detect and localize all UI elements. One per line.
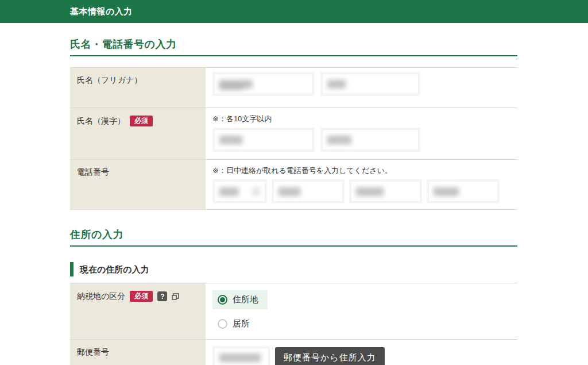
radio-option-kyosho[interactable]: 居所 xyxy=(212,314,259,333)
row-tax-location: 納税地の区分 必須 ? 住所地 xyxy=(70,283,517,340)
tax-location-radio-group: 住所地 居所 xyxy=(212,287,517,333)
tax-location-label: 納税地の区分 xyxy=(77,291,125,302)
furigana-mei-input-wrap xyxy=(320,72,420,96)
phone-part2-wrap xyxy=(349,179,422,203)
phone-type-select[interactable] xyxy=(214,181,265,202)
row-kanji: 氏名（漢字） 必須 ※：各10文字以内 xyxy=(70,108,517,160)
furigana-sei-input-wrap xyxy=(212,72,315,96)
redacted-text xyxy=(434,187,459,196)
section-title-name-phone: 氏名・電話番号の入力 xyxy=(70,37,517,56)
redacted-text xyxy=(219,84,243,90)
help-icon[interactable]: ? xyxy=(157,291,167,301)
postal-label: 郵便番号 xyxy=(77,347,109,358)
phone-value-cell: ※：日中連絡が取れる電話番号を入力してください。 xyxy=(206,160,517,209)
page-title: 基本情報の入力 xyxy=(70,6,133,17)
postal-value-cell: 郵便番号から住所入力 xyxy=(206,340,517,365)
kanji-sei-input-wrap xyxy=(212,128,315,152)
main-content: 氏名・電話番号の入力 氏名（フリガナ） xyxy=(70,37,517,365)
address-table: 納税地の区分 必須 ? 住所地 xyxy=(70,283,517,365)
name-phone-table: 氏名（フリガナ） xyxy=(70,67,517,210)
furigana-label: 氏名（フリガナ） xyxy=(77,75,142,86)
kanji-mei-input-wrap xyxy=(320,128,420,152)
tax-location-value-cell: 住所地 居所 xyxy=(206,283,517,339)
kanji-mei-input[interactable] xyxy=(322,129,419,150)
phone-label: 電話番号 xyxy=(77,167,109,178)
address-from-postal-button[interactable]: 郵便番号から住所入力 xyxy=(275,347,385,365)
redacted-text xyxy=(356,187,384,196)
phone-note: ※：日中連絡が取れる電話番号を入力してください。 xyxy=(212,166,517,176)
row-phone: 電話番号 ※：日中連絡が取れる電話番号を入力してください。 xyxy=(70,160,517,210)
subsection-current-address: 現在の住所の入力 xyxy=(70,262,517,276)
phone-type-select-wrap xyxy=(212,179,267,203)
phone-part2-input[interactable] xyxy=(351,181,420,202)
phone-part1-wrap xyxy=(272,179,345,203)
redacted-text xyxy=(219,136,242,144)
section-title-address: 住所の入力 xyxy=(70,228,517,247)
phone-part3-wrap xyxy=(427,179,500,203)
redacted-text xyxy=(327,80,346,89)
phone-part3-input[interactable] xyxy=(428,181,498,202)
row-postal-code: 郵便番号 郵便番号から住所入力 xyxy=(70,340,517,365)
kanji-value-cell: ※：各10文字以内 xyxy=(206,108,517,159)
radio-jushochi-label: 住所地 xyxy=(233,294,258,305)
required-badge: 必須 xyxy=(130,291,153,302)
redacted-text xyxy=(219,187,239,196)
phone-part1-input[interactable] xyxy=(273,181,343,202)
furigana-sei-input[interactable] xyxy=(214,74,313,94)
radio-kyosho-label: 居所 xyxy=(233,318,250,329)
kanji-label-cell: 氏名（漢字） 必須 xyxy=(70,108,206,159)
furigana-value-cell xyxy=(206,68,517,107)
kanji-note: ※：各10文字以内 xyxy=(212,114,517,124)
row-furigana: 氏名（フリガナ） xyxy=(70,68,517,108)
redacted-text xyxy=(252,187,260,196)
radio-selected-icon xyxy=(218,295,227,305)
radio-option-jushochi[interactable]: 住所地 xyxy=(212,290,268,309)
tax-location-label-cell: 納税地の区分 必須 ? xyxy=(70,283,206,339)
postal-label-cell: 郵便番号 xyxy=(70,340,206,365)
furigana-label-cell: 氏名（フリガナ） xyxy=(70,68,206,107)
kanji-label: 氏名（漢字） xyxy=(77,116,125,126)
redacted-text xyxy=(219,354,261,362)
radio-unselected-icon xyxy=(218,319,227,329)
phone-label-cell: 電話番号 xyxy=(70,160,206,209)
furigana-mei-input[interactable] xyxy=(322,74,419,94)
postal-input-wrap xyxy=(212,346,270,365)
required-badge: 必須 xyxy=(130,116,153,126)
popup-window-icon xyxy=(172,293,179,300)
redacted-text xyxy=(327,136,351,144)
postal-code-input[interactable] xyxy=(214,348,269,365)
redacted-text xyxy=(278,187,300,196)
kanji-sei-input[interactable] xyxy=(214,129,313,150)
page-header: 基本情報の入力 xyxy=(0,0,588,23)
